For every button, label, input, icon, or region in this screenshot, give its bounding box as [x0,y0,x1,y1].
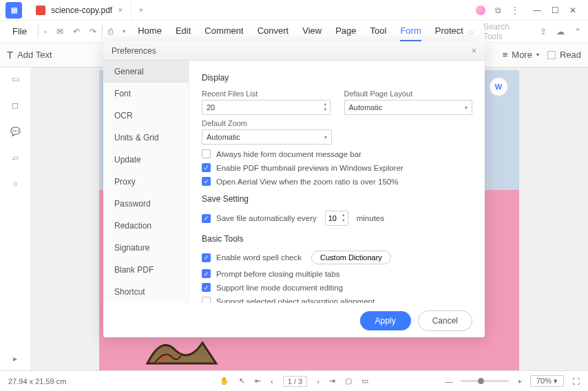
sidebar-item-proxy[interactable]: Proxy [103,171,189,193]
spell-check-checkbox[interactable]: ✓ [202,253,211,262]
tab-tool[interactable]: Tool [370,21,387,41]
thumbnail-preview-checkbox[interactable]: ✓ [202,163,211,172]
undo-icon[interactable]: ↶ [73,27,80,36]
redo-icon[interactable]: ↷ [90,27,96,36]
sidebar-item-font[interactable]: Font [103,83,189,105]
hide-form-bar-label: Always hide form document message bar [216,150,361,158]
thumbnails-icon[interactable]: ▭ [12,74,19,84]
read-toggle[interactable]: Read [547,50,581,60]
adsorption-label: Support selected object adsorption align… [216,297,375,304]
tab-view[interactable]: View [302,21,322,41]
sidebar-item-signature[interactable]: Signature [103,237,189,259]
status-bar: 27.94 x 21.59 cm ✋ ↖ ⇤ ‹ 1 / 3 › ⇥ ▢ ▭ —… [0,370,588,391]
custom-dictionary-button[interactable]: Custom Dictionary [311,251,391,264]
tab-page[interactable]: Page [335,21,356,41]
first-page-icon[interactable]: ⇤ [255,377,261,385]
tab-protect[interactable]: Protect [435,21,463,41]
cancel-button[interactable]: Cancel [418,310,472,331]
cloud-icon[interactable]: ☁ [556,27,565,36]
file-menu[interactable]: File [7,26,32,36]
pdf-file-icon [36,6,45,15]
display-section-title: Display [202,73,472,83]
document-tab[interactable]: science-copy.pdf × [28,0,132,20]
external-link-icon[interactable]: ⧉ [495,6,501,15]
share-icon[interactable]: ⇪ [540,27,547,36]
new-tab-button[interactable]: + [132,6,150,15]
bookmarks-icon[interactable]: ◻ [12,101,19,110]
prompt-close-tabs-label: Prompt before closing multiple tabs [216,270,340,278]
spell-check-label: Enable word spell check [216,253,302,262]
collapse-ribbon-icon[interactable]: ⌃ [574,27,581,36]
line-mode-label: Support line mode document editing [216,284,343,292]
dialog-close-button[interactable]: × [472,46,476,56]
dialog-title: Preferences [112,46,156,56]
print-dropdown-icon[interactable]: ▾ [123,28,125,34]
mail-icon[interactable]: ✉ [56,27,63,36]
hide-form-bar-checkbox[interactable] [202,149,211,158]
tab-comment[interactable]: Comment [204,21,243,41]
sidebar-item-ocr[interactable]: OCR [103,105,189,127]
hand-tool-icon[interactable]: ✋ [220,377,229,385]
attachments-icon[interactable]: ▱ [12,153,19,162]
search-icon[interactable]: ⌕ [469,27,474,36]
zoom-level-select[interactable]: 70% ▾ [530,375,564,387]
prompt-close-tabs-checkbox[interactable]: ✓ [202,269,211,278]
zoom-slider[interactable] [461,380,509,382]
recent-files-input[interactable] [202,100,330,115]
zoom-out-button[interactable]: — [445,377,452,385]
search-panel-icon[interactable]: ○ [12,179,17,189]
tab-form[interactable]: Form [400,21,421,41]
tab-title: science-copy.pdf [51,6,112,15]
expand-sidebar-icon[interactable]: ▸ [13,354,17,363]
page-layout-select[interactable]: Automatic ▾ [344,100,473,115]
default-zoom-select[interactable]: Automatic ▾ [202,129,332,145]
fit-width-icon[interactable]: ▭ [361,377,368,385]
sidebar-item-update[interactable]: Update [103,149,189,171]
more-dropdown[interactable]: ≡ More ▾ [503,50,539,60]
sidebar-item-blank-pdf[interactable]: Blank PDF [103,259,189,281]
menu-bar: File ▫ ✉ ↶ ↷ ⎙ ▾ Home Edit Comment Conve… [0,21,588,43]
comments-panel-icon[interactable]: 💬 [10,127,21,136]
page-number-input[interactable]: 1 / 3 [283,376,307,387]
window-close-button[interactable]: ✕ [565,6,581,15]
save-icon[interactable]: ▫ [44,27,47,36]
kebab-menu-icon[interactable]: ⋮ [511,6,519,15]
aerial-view-checkbox[interactable]: ✓ [202,177,211,186]
sidebar-item-units-grid[interactable]: Units & Grid [103,127,189,149]
title-bar: ▤ science-copy.pdf × + ⧉ ⋮ — ☐ ✕ [0,0,588,21]
sidebar-item-password[interactable]: Password [103,193,189,215]
print-icon[interactable]: ⎙ [108,27,113,36]
adsorption-checkbox[interactable] [202,297,211,303]
next-page-icon[interactable]: › [317,377,319,385]
thumbnail-preview-label: Enable PDF thumbnail previews in Windows… [216,164,403,172]
window-minimize-button[interactable]: — [529,6,545,15]
last-page-icon[interactable]: ⇥ [329,377,335,385]
recent-files-label: Recent Files List [202,89,330,98]
save-section-title: Save Setting [202,194,472,204]
dialog-footer: Apply Cancel [103,303,485,337]
zoom-in-button[interactable]: + [517,377,521,385]
window-maximize-button[interactable]: ☐ [547,6,563,15]
word-export-badge[interactable]: W [489,77,508,96]
sidebar-item-shortcut[interactable]: Shortcut [103,281,189,303]
read-checkbox[interactable] [547,51,556,59]
account-avatar-icon[interactable] [476,6,485,15]
chevron-down-icon: ▾ [465,105,468,111]
apply-button[interactable]: Apply [360,311,411,330]
autosave-checkbox[interactable]: ✓ [202,214,211,223]
select-tool-icon[interactable]: ↖ [239,377,245,385]
sidebar-item-redaction[interactable]: Redaction [103,215,189,237]
fit-page-icon[interactable]: ▢ [345,377,352,385]
tab-edit[interactable]: Edit [176,21,191,41]
tab-convert[interactable]: Convert [258,21,289,41]
fullscreen-icon[interactable]: ⛶ [572,377,580,385]
prev-page-icon[interactable]: ‹ [271,377,273,385]
line-mode-checkbox[interactable]: ✓ [202,283,211,292]
ribbon-tabs: Home Edit Comment Convert View Page Tool… [138,21,463,41]
add-text-tool[interactable]: T Add Text [7,49,52,61]
search-tools-input[interactable]: Search Tools [483,22,530,41]
preferences-dialog: Preferences × General Font OCR Units & G… [103,41,485,337]
sidebar-item-general[interactable]: General [103,61,189,83]
tab-home[interactable]: Home [138,21,162,41]
close-tab-icon[interactable]: × [118,6,123,15]
